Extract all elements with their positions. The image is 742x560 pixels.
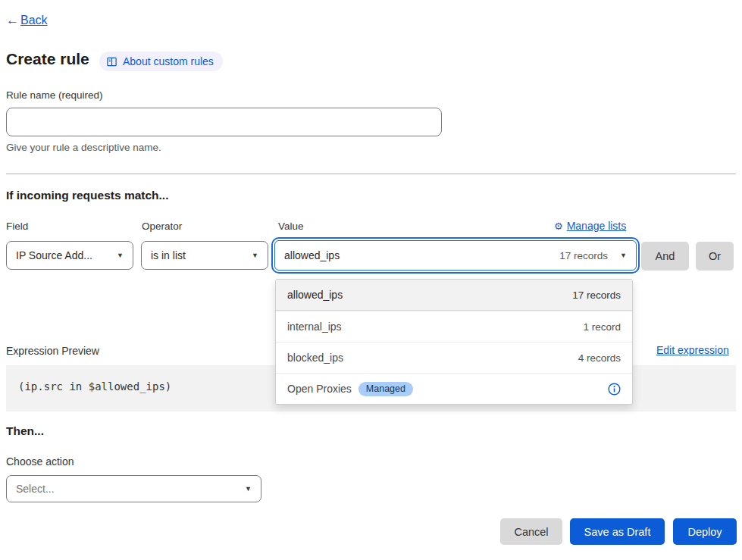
list-item-name: internal_ips bbox=[287, 321, 342, 333]
info-icon[interactable] bbox=[608, 383, 621, 396]
rule-name-help-text: Give your rule a descriptive name. bbox=[6, 142, 161, 153]
value-dropdown-panel: allowed_ips 17 records internal_ips 1 re… bbox=[275, 279, 633, 405]
edit-expression-label: Edit expression bbox=[656, 344, 729, 356]
operator-column-label: Operator bbox=[142, 221, 182, 232]
page-title: Create rule bbox=[6, 50, 89, 68]
book-icon bbox=[106, 56, 117, 67]
list-item-name: Open Proxies bbox=[287, 383, 352, 395]
and-button[interactable]: And bbox=[641, 242, 689, 271]
value-column-label: Value bbox=[278, 221, 304, 232]
create-rule-page: ← Back Create rule About custom rules Ru… bbox=[0, 0, 742, 560]
rule-name-label: Rule name (required) bbox=[6, 89, 103, 101]
value-select-records: 17 records bbox=[559, 250, 608, 261]
list-item-allowed-ips[interactable]: allowed_ips 17 records bbox=[276, 280, 632, 311]
value-select[interactable]: allowed_ips 17 records ▼ bbox=[274, 240, 637, 271]
list-item-internal-ips[interactable]: internal_ips 1 record bbox=[276, 311, 632, 342]
field-select[interactable]: IP Source Add... ▼ bbox=[6, 241, 133, 270]
list-item-open-proxies[interactable]: Open Proxies Managed bbox=[276, 373, 632, 404]
chevron-down-icon: ▼ bbox=[245, 485, 252, 493]
list-item-name: allowed_ips bbox=[287, 289, 343, 301]
list-item-records: 4 records bbox=[578, 352, 621, 364]
action-select[interactable]: Select... ▼ bbox=[6, 475, 261, 502]
cancel-button[interactable]: Cancel bbox=[500, 518, 562, 545]
edit-expression-link[interactable]: Edit expression bbox=[656, 344, 729, 356]
about-custom-rules-link[interactable]: About custom rules bbox=[99, 52, 223, 71]
choose-action-label: Choose action bbox=[6, 455, 74, 468]
list-item-records: 17 records bbox=[572, 289, 621, 301]
back-link-label: Back bbox=[20, 14, 48, 27]
gear-icon: ⚙ bbox=[554, 221, 563, 232]
match-section-heading: If incoming requests match... bbox=[6, 189, 168, 202]
deploy-button[interactable]: Deploy bbox=[673, 518, 737, 545]
rule-name-input[interactable] bbox=[6, 108, 442, 136]
operator-select-value: is in list bbox=[151, 249, 186, 261]
section-divider bbox=[6, 174, 736, 174]
action-select-placeholder: Select... bbox=[16, 483, 55, 495]
or-button[interactable]: Or bbox=[696, 242, 734, 271]
then-section-heading: Then... bbox=[6, 424, 44, 438]
value-select-focus-ring: allowed_ips 17 records ▼ bbox=[271, 237, 640, 274]
about-custom-rules-label: About custom rules bbox=[123, 55, 214, 67]
managed-badge: Managed bbox=[358, 382, 413, 396]
chevron-down-icon: ▼ bbox=[620, 252, 627, 259]
chevron-down-icon: ▼ bbox=[252, 252, 258, 259]
save-as-draft-button[interactable]: Save as Draft bbox=[570, 518, 665, 545]
list-item-records: 1 record bbox=[583, 321, 621, 333]
manage-lists-label: Manage lists bbox=[567, 220, 627, 232]
value-select-selected: allowed_ips bbox=[284, 249, 340, 261]
operator-select[interactable]: is in list ▼ bbox=[141, 241, 268, 270]
back-arrow-icon: ← bbox=[6, 13, 19, 28]
chevron-down-icon: ▼ bbox=[117, 252, 124, 259]
expression-preview-label: Expression Preview bbox=[6, 345, 99, 357]
expression-code: (ip.src in $allowed_ips) bbox=[18, 380, 171, 393]
field-column-label: Field bbox=[6, 221, 28, 232]
back-link[interactable]: ← Back bbox=[6, 13, 48, 28]
list-item-name: blocked_ips bbox=[287, 352, 343, 364]
list-item-blocked-ips[interactable]: blocked_ips 4 records bbox=[276, 342, 632, 373]
manage-lists-link[interactable]: ⚙ Manage lists bbox=[554, 220, 626, 232]
field-select-value: IP Source Add... bbox=[16, 249, 92, 261]
